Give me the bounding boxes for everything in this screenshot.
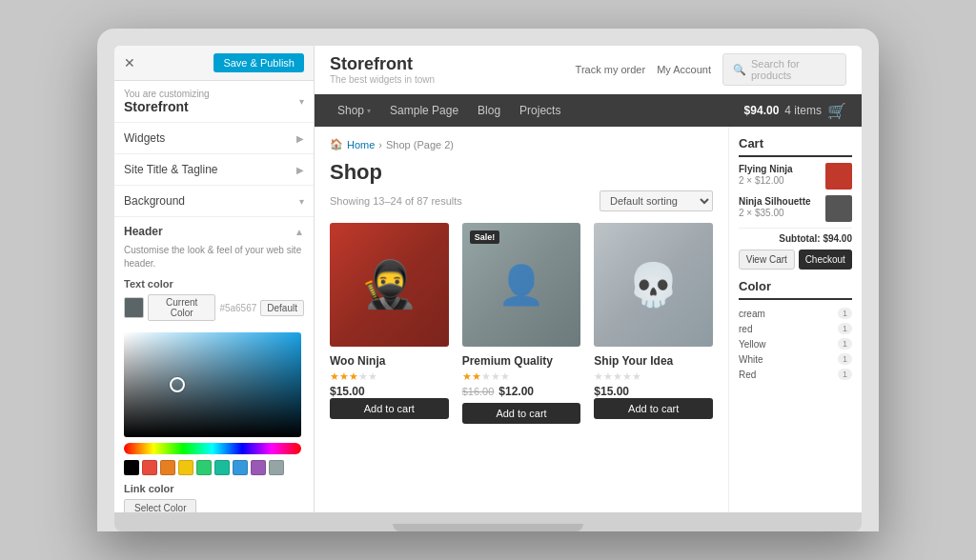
- sidebar-item-site-title[interactable]: Site Title & Tagline ▶: [114, 154, 314, 186]
- nav-links: Shop ▾ Sample Page Blog Projects: [330, 94, 568, 127]
- laptop-base: [114, 512, 862, 531]
- color-picker-canvas[interactable]: [124, 332, 301, 437]
- color-filter-red-label: red: [739, 324, 752, 334]
- store-title: Storefront: [330, 54, 435, 74]
- subtotal-label: Subtotal:: [779, 233, 820, 244]
- header-chevron: ▲: [295, 227, 304, 237]
- cart-subtotal: Subtotal: $94.00: [739, 233, 852, 244]
- product-price-row-premium: $16.00 $12.00: [462, 385, 581, 398]
- current-color-button[interactable]: Current Color: [148, 294, 215, 321]
- view-cart-button[interactable]: View Cart: [739, 250, 795, 270]
- add-to-cart-ship-your-idea[interactable]: Add to cart: [594, 398, 713, 419]
- current-color-swatch[interactable]: [124, 297, 144, 318]
- cart-price: $94.00: [744, 104, 780, 117]
- search-icon: 🔍: [733, 64, 746, 76]
- swatch-green[interactable]: [196, 460, 212, 475]
- swatch-orange[interactable]: [160, 460, 175, 475]
- nav-shop-label: Shop: [337, 104, 364, 117]
- color-picker-area[interactable]: [124, 329, 304, 483]
- cart-item-ninja-silhouette: Ninja Silhouette 2 × $35.00: [739, 195, 852, 222]
- cart-item-flying-ninja-qty: 2 × $12.00: [739, 175, 821, 186]
- add-to-cart-woo-ninja[interactable]: Add to cart: [330, 398, 449, 419]
- cart-items-count: 4 items: [784, 104, 822, 117]
- products-grid: 🥷 Woo Ninja ★★★★★ $15.00 Add to cart: [330, 223, 713, 424]
- breadcrumb-shop: Shop (Page 2): [386, 139, 454, 150]
- nav-item-blog[interactable]: Blog: [470, 94, 508, 127]
- customizer-title-chevron: ▾: [299, 96, 304, 107]
- nav-projects-label: Projects: [519, 104, 560, 117]
- search-bar[interactable]: 🔍 Search for products: [722, 53, 846, 86]
- swatch-black[interactable]: [124, 460, 139, 475]
- store-nav: Shop ▾ Sample Page Blog Projects $94.00: [315, 94, 862, 127]
- nav-item-projects[interactable]: Projects: [512, 94, 568, 127]
- store-header-right: Track my order My Account 🔍 Search for p…: [576, 53, 846, 86]
- link-select-color-button[interactable]: Select Color: [124, 499, 196, 512]
- save-publish-button[interactable]: Save & Publish: [214, 53, 304, 72]
- product-image-premium-quality: 👤 Sale!: [462, 223, 581, 347]
- color-filter-cream[interactable]: cream 1: [739, 306, 852, 321]
- color-filter-red2-label: Red: [739, 370, 756, 380]
- color-filter-red2[interactable]: Red 1: [739, 367, 852, 382]
- swatch-purple[interactable]: [251, 460, 266, 475]
- widgets-label: Widgets: [124, 131, 165, 145]
- store-area: Storefront The best widgets in town Trac…: [315, 46, 862, 512]
- hue-slider[interactable]: [124, 443, 301, 454]
- swatch-teal[interactable]: [214, 460, 230, 475]
- add-to-cart-premium-quality[interactable]: Add to cart: [462, 403, 581, 424]
- sort-select[interactable]: Default sorting: [600, 190, 713, 211]
- customizer-title-section: You are customizing Storefront ▾: [114, 81, 314, 123]
- home-icon: 🏠: [330, 138, 343, 150]
- cart-icon: 🛒: [827, 102, 846, 120]
- nav-cart[interactable]: $94.00 4 items 🛒: [744, 102, 846, 120]
- nav-item-sample-page[interactable]: Sample Page: [382, 94, 466, 127]
- sidebar-item-background[interactable]: Background ▾: [114, 186, 314, 217]
- customizer-top-bar: ✕ Save & Publish: [114, 46, 314, 81]
- header-section-title[interactable]: Header ▲: [124, 225, 304, 238]
- header-label: Header: [124, 225, 163, 238]
- product-card-ship-your-idea: 💀 Ship Your Idea ★★★★★ $15.00 Add to car…: [594, 223, 713, 424]
- nav-item-shop[interactable]: Shop ▾: [330, 94, 378, 127]
- store-main: 🏠 Home › Shop (Page 2) Shop Showing 13–2…: [315, 127, 862, 512]
- breadcrumb: 🏠 Home › Shop (Page 2): [330, 138, 713, 150]
- product-card-woo-ninja: 🥷 Woo Ninja ★★★★★ $15.00 Add to cart: [330, 223, 449, 424]
- store-header: Storefront The best widgets in town Trac…: [315, 46, 862, 94]
- swatch-gray[interactable]: [269, 460, 284, 475]
- store-content: 🏠 Home › Shop (Page 2) Shop Showing 13–2…: [315, 127, 728, 512]
- product-image-woo-ninja: 🥷: [330, 223, 449, 347]
- background-label: Background: [124, 194, 185, 208]
- product-price-premium: $12.00: [498, 385, 534, 398]
- cart-item-flying-ninja-thumb: [825, 163, 852, 190]
- cart-item-ninja-silhouette-thumb: [825, 195, 852, 222]
- track-order-link[interactable]: Track my order: [576, 64, 646, 75]
- product-img-bg-ship: 💀: [594, 223, 713, 347]
- product-name-ship-your-idea: Ship Your Idea: [594, 354, 713, 368]
- color-filter-red[interactable]: red 1: [739, 321, 852, 336]
- my-account-link[interactable]: My Account: [657, 64, 711, 75]
- color-hex-value: #5a6567: [219, 303, 256, 313]
- color-filter-yellow[interactable]: Yellow 1: [739, 336, 852, 351]
- color-filter-yellow-count: 1: [838, 338, 852, 350]
- cart-item-flying-ninja-info: Flying Ninja 2 × $12.00: [739, 163, 821, 186]
- color-filter-white-count: 1: [838, 353, 852, 365]
- sidebar-item-widgets[interactable]: Widgets ▶: [114, 123, 314, 154]
- cart-buttons: View Cart Checkout: [739, 250, 852, 270]
- color-filter-section: Color cream 1 red 1 Yellow 1: [739, 279, 852, 382]
- swatch-red[interactable]: [142, 460, 157, 475]
- laptop-frame: ✕ Save & Publish You are customizing Sto…: [97, 29, 879, 531]
- breadcrumb-home[interactable]: Home: [347, 139, 375, 150]
- site-title-chevron: ▶: [296, 165, 304, 175]
- site-title-label: Site Title & Tagline: [124, 163, 218, 176]
- laptop-screen: ✕ Save & Publish You are customizing Sto…: [114, 46, 862, 512]
- swatch-yellow[interactable]: [178, 460, 193, 475]
- swatch-blue[interactable]: [233, 460, 248, 475]
- product-price-woo-ninja: $15.00: [330, 385, 449, 398]
- product-old-price-premium: $16.00: [462, 386, 495, 397]
- close-button[interactable]: ✕: [124, 55, 135, 70]
- product-card-premium-quality: 👤 Sale! Premium Quality ★★★★★ $16.00 $12…: [462, 223, 581, 424]
- store-brand: Storefront The best widgets in town: [330, 54, 435, 85]
- color-filter-white[interactable]: White 1: [739, 351, 852, 367]
- cart-item-flying-ninja: Flying Ninja 2 × $12.00: [739, 163, 852, 190]
- default-color-button[interactable]: Default: [260, 300, 304, 316]
- store-sidebar: Cart Flying Ninja 2 × $12.00 Ninja Silho…: [728, 127, 862, 512]
- checkout-button[interactable]: Checkout: [799, 250, 853, 270]
